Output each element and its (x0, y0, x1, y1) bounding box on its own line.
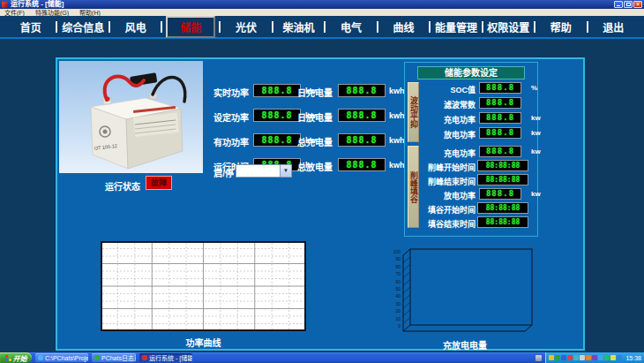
led-display: 888.8 (479, 146, 521, 157)
windows-logo-icon (5, 355, 11, 361)
metric-label: 实时功率 (194, 86, 249, 99)
desktop-icon[interactable] (535, 355, 542, 361)
scada-app-icon (142, 355, 147, 360)
param-label: 放电功率 (421, 190, 476, 201)
metric-label: 有功功率 (194, 135, 249, 148)
led-time-display: 88:88:88 (477, 174, 528, 185)
tray-icon[interactable] (586, 355, 591, 360)
nav-item-electrical[interactable]: 电气 (326, 19, 376, 34)
close-button[interactable] (633, 1, 642, 8)
tray-icon[interactable] (604, 355, 610, 360)
metric-unit: kwh (389, 161, 405, 170)
storage-panel: OT 100-12 运行状态 故障 实时功率 888.8 kw 设定功率 888… (56, 57, 585, 351)
taskbar-task-running-system[interactable]: 运行系统 - [储能] (139, 353, 192, 362)
y-tick: 30 (391, 302, 401, 306)
maximize-button[interactable] (624, 1, 633, 8)
running-status-label: 运行状态 (89, 179, 140, 193)
tray-icon[interactable] (592, 355, 597, 360)
nav-item-exit[interactable]: 退出 (588, 19, 639, 34)
taskbar-task-log-system[interactable]: PChats日志系统 (92, 353, 136, 362)
led-display: 888.8 (338, 109, 386, 122)
taskbar-clock: 15:38 (625, 355, 641, 361)
params-title: 储能参数设定 (417, 66, 525, 79)
param-unit: % (531, 84, 537, 92)
led-time-display: 88:88:88 (477, 216, 528, 228)
param-label: 削峰开始时间 (421, 162, 476, 173)
tray-icon[interactable] (549, 355, 554, 360)
tray-icon[interactable] (573, 355, 579, 360)
tray-icon[interactable] (610, 355, 616, 360)
tray-icon[interactable] (555, 355, 560, 360)
nav-bar: 首页 综合信息 风电 储能 光伏 柴油机 电气 曲线 能量管理 权限设置 帮助 … (0, 16, 644, 39)
param-label: 填谷结束时间 (421, 218, 476, 230)
start-label: 开始 (13, 353, 27, 363)
y-tick: 40 (391, 294, 401, 299)
y-tick: 20 (391, 309, 401, 314)
led-time-display: 88:88:88 (477, 202, 528, 214)
nav-separator (161, 21, 162, 33)
metric-label: 日充电量 (278, 86, 333, 99)
task-label: 运行系统 - [储能] (149, 353, 192, 362)
metric-unit: kwh (389, 136, 405, 145)
nav-item-energy-mgmt[interactable]: 能量管理 (431, 19, 481, 34)
app-icon (2, 2, 8, 8)
param-label: SOC值 (421, 84, 476, 95)
tray-icon[interactable] (567, 355, 573, 360)
nav-item-curves[interactable]: 曲线 (378, 19, 429, 34)
minimize-button[interactable] (614, 1, 623, 8)
system-tray: 15:38 (545, 352, 644, 363)
y-tick: 60 (391, 280, 401, 284)
start-stop-label: 启/停 (181, 166, 234, 179)
chevron-down-icon[interactable]: ▼ (280, 165, 291, 177)
power-curve-title: 功率曲线 (101, 336, 306, 349)
param-label: 填谷开始时间 (421, 204, 476, 216)
led-display: 888.8 (338, 84, 386, 97)
group-tab-peak-shaving: 削峰填谷 (408, 146, 419, 228)
y-tick: 0 (391, 324, 401, 329)
param-label: 滤波常数 (421, 99, 476, 110)
charge-discharge-chart: 100 90 80 70 60 50 40 30 20 10 0 (391, 245, 539, 333)
param-label: 放电功率 (421, 129, 476, 140)
param-unit: kw (531, 114, 541, 122)
taskbar-task-explorer[interactable]: C:\PChats\Proje... (35, 353, 88, 362)
nav-item-wind[interactable]: 风电 (110, 19, 161, 34)
window-controls (614, 1, 642, 8)
start-stop-dropdown[interactable]: ▼ (236, 164, 292, 178)
nav-item-storage-active[interactable]: 储能 (166, 16, 215, 38)
param-label: 削峰结束时间 (421, 176, 476, 187)
nav-item-pv[interactable]: 光伏 (221, 19, 271, 34)
tray-icon[interactable] (598, 355, 603, 360)
task-label: C:\PChats\Proje... (45, 355, 88, 361)
running-status-indicator: 故障 (146, 176, 172, 190)
y-tick: 50 (391, 287, 401, 291)
led-time-display: 88:88:88 (477, 160, 528, 171)
log-app-icon (94, 355, 100, 360)
led-display: 888.8 (479, 97, 521, 109)
tray-icon[interactable] (580, 355, 585, 360)
tray-icon[interactable] (561, 355, 566, 360)
charge-discharge-title: 充放电电量 (391, 338, 539, 352)
start-button[interactable]: 开始 (0, 352, 32, 363)
metric-unit: kwh (389, 87, 405, 95)
battery-illustration: OT 100-12 (59, 61, 203, 173)
taskbar: 开始 C:\PChats\Proje... PChats日志系统 运行系统 - … (0, 352, 644, 363)
param-label: 充电功率 (421, 114, 476, 125)
y-tick: 80 (391, 265, 401, 269)
main-area: OT 100-12 运行状态 故障 实时功率 888.8 kw 设定功率 888… (0, 39, 644, 352)
y-tick: 10 (391, 317, 401, 321)
nav-item-help[interactable]: 帮助 (535, 19, 586, 34)
task-label: PChats日志系统 (101, 353, 136, 362)
metric-label: 设定功率 (194, 110, 249, 124)
nav-item-permissions[interactable]: 权限设置 (483, 19, 534, 34)
group-tab-fluctuation-smoothing: 波动平抑 (408, 82, 419, 142)
params-panel: 储能参数设定 波动平抑 SOC值 888.8 % 滤波常数 888.8 充电功率… (404, 62, 538, 237)
y-tick: 100 (391, 250, 401, 254)
nav-item-diesel[interactable]: 柴油机 (273, 19, 324, 34)
led-display: 888.8 (479, 82, 521, 94)
tray-icon[interactable] (617, 355, 622, 360)
param-unit: kw (531, 129, 541, 137)
led-display: 888.8 (479, 188, 521, 200)
nav-item-home[interactable]: 首页 (5, 19, 56, 34)
nav-item-overview[interactable]: 综合信息 (57, 19, 108, 34)
led-display: 888.8 (338, 158, 386, 171)
